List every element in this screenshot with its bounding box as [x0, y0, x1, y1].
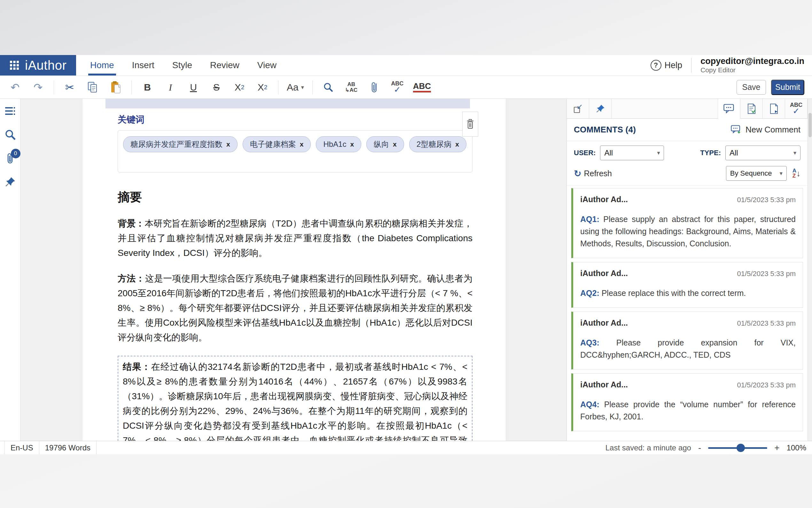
results-paragraph[interactable]: 结果：在经过确认的32174名新诊断的T2D患者中，最初或者基线时HbA1c <…: [123, 359, 467, 441]
background-paragraph[interactable]: 背景：本研究旨在新诊断的2型糖尿病（T2D）患者中调查纵向累积的糖尿病相关并发症…: [117, 216, 473, 260]
remove-tag-icon[interactable]: x: [350, 140, 354, 148]
chevron-down-icon: ▾: [794, 150, 796, 157]
pin-panel-icon[interactable]: [589, 99, 612, 118]
submit-button[interactable]: Submit: [771, 80, 804, 95]
outline-icon[interactable]: [4, 104, 17, 117]
comment-card[interactable]: iAuthor Ad... 01/5/2023 5:33 pm AQ2: Ple…: [571, 262, 803, 308]
comment-card[interactable]: iAuthor Ad... 01/5/2023 5:33 pm AQ3: Ple…: [571, 311, 803, 370]
help-button[interactable]: ? Help: [651, 60, 682, 71]
scrollbar-thumb[interactable]: [809, 113, 812, 137]
remove-tag-icon[interactable]: x: [300, 140, 304, 148]
main-area: 0 关键词: [0, 99, 812, 441]
background-label: 背景：: [117, 218, 144, 228]
undo-icon[interactable]: ↶: [8, 79, 22, 96]
menu-tabs: Home Insert Style Review View: [90, 55, 277, 76]
results-label: 结果：: [123, 362, 151, 372]
spellcheck-icon[interactable]: ABC ✓: [390, 79, 405, 96]
app-logo[interactable]: iAuthor: [0, 55, 76, 76]
header-divider: [691, 58, 691, 73]
paste-icon[interactable]: [108, 79, 123, 96]
comments-toolbar: ↻ Refresh By Sequence ▾ A Z ↓: [567, 164, 808, 185]
abstract-heading: 摘要: [117, 189, 473, 205]
toolbar-actions: Save Submit: [736, 80, 804, 95]
search-doc-icon[interactable]: [4, 128, 17, 141]
status-cells: En-US 19796 Words: [4, 441, 97, 454]
panel-scrollbar[interactable]: [808, 99, 812, 441]
comment-card[interactable]: iAuthor Ad... 01/5/2023 5:33 pm AQ4: Ple…: [571, 373, 803, 431]
keyword-tag[interactable]: HbA1cx: [316, 136, 361, 152]
cut-icon[interactable]: ✂: [62, 79, 77, 96]
search-icon[interactable]: [321, 79, 336, 96]
keyword-tag[interactable]: 糖尿病并发症严重程度指数x: [123, 136, 238, 152]
zoom-out-button[interactable]: -: [698, 443, 701, 453]
user-filter-select[interactable]: All ▾: [600, 145, 664, 160]
attachments-rail-icon[interactable]: 0: [4, 152, 17, 165]
menu-tab-review[interactable]: Review: [210, 55, 239, 76]
user-account[interactable]: copyeditor@integra.co.in Copy Editor: [701, 56, 804, 74]
keyword-tag[interactable]: 纵向x: [366, 136, 404, 152]
methods-label: 方法：: [117, 273, 145, 284]
tab-proofing[interactable]: ABC ✓: [785, 99, 808, 118]
language-selector[interactable]: En-US: [4, 441, 39, 454]
results-highlight-box[interactable]: 结果：在经过确认的32174名新诊断的T2D患者中，最初或者基线时HbA1c <…: [117, 356, 473, 441]
zoom-in-button[interactable]: +: [774, 443, 779, 453]
change-case-button[interactable]: Aa ▾: [287, 79, 304, 96]
document-page[interactable]: 关键词 糖尿病并发症严重程度指数x 电子健康档案x HbA1cx: [83, 99, 506, 441]
save-button[interactable]: Save: [736, 80, 766, 95]
zoom-slider-thumb[interactable]: [736, 444, 745, 452]
comment-body: AQ4: Please provide the “volume number” …: [580, 398, 796, 423]
document-area: 关键词 糖尿病并发症严重程度指数x 电子健康档案x HbA1cx: [20, 99, 567, 441]
spelling-icon[interactable]: ABC: [413, 79, 431, 96]
superscript-button[interactable]: X2: [255, 79, 270, 96]
attachment-icon[interactable]: [367, 79, 382, 96]
new-comment-button[interactable]: New Comment: [731, 125, 801, 135]
keyword-tag[interactable]: 2型糖尿病x: [409, 136, 466, 152]
delete-keywords-button[interactable]: [462, 112, 478, 137]
refresh-button[interactable]: ↻ Refresh: [574, 168, 612, 179]
redo-icon[interactable]: ↷: [31, 79, 45, 96]
tab-comments[interactable]: [718, 99, 741, 118]
app-grid-icon[interactable]: [10, 60, 19, 70]
word-count[interactable]: 19796 Words: [39, 441, 97, 454]
comment-card[interactable]: iAuthor Ad... 01/5/2023 5:33 pm AQ1: Ple…: [571, 188, 803, 258]
partial-element-above: [105, 99, 470, 109]
comment-date: 01/5/2023 5:33 pm: [737, 270, 796, 278]
comments-header: COMMENTS (4) New Comment: [567, 119, 808, 141]
menu-tab-view[interactable]: View: [257, 55, 277, 76]
tab-track-changes[interactable]: [741, 99, 763, 118]
remove-tag-icon[interactable]: x: [226, 140, 230, 148]
copy-icon[interactable]: [85, 79, 100, 96]
menu-tab-style[interactable]: Style: [172, 55, 192, 76]
remove-tag-icon[interactable]: x: [455, 140, 459, 148]
underline-button[interactable]: U: [186, 79, 201, 96]
strikethrough-button[interactable]: S: [209, 79, 224, 96]
italic-button[interactable]: I: [163, 79, 178, 96]
find-replace-icon[interactable]: AB ↳AC: [344, 79, 359, 96]
sort-select[interactable]: By Sequence ▾: [726, 166, 787, 181]
left-rail: 0: [0, 99, 20, 441]
keywords-cn-box[interactable]: 糖尿病并发症严重程度指数x 电子健康档案x HbA1cx 纵向x 2型糖尿病x: [117, 130, 473, 172]
bold-button[interactable]: B: [140, 79, 155, 96]
zoom-slider[interactable]: [708, 444, 767, 452]
subscript-button[interactable]: X2: [232, 79, 247, 96]
help-label: Help: [665, 60, 682, 70]
tab-document-export[interactable]: [763, 99, 785, 118]
header-right: ? Help copyeditor@integra.co.in Copy Edi…: [651, 55, 812, 76]
dock-panel-icon[interactable]: [567, 99, 589, 118]
menu-tab-home[interactable]: Home: [90, 55, 114, 76]
methods-paragraph[interactable]: 方法：这是一项使用大型综合医疗系统电子健康档案进行的回顾性队列研究。确认患者为2…: [117, 271, 473, 345]
chevron-down-icon: ▾: [657, 150, 660, 157]
toolbar-divider: [278, 80, 279, 94]
panel-tab-spacer: [612, 99, 718, 118]
toolbar-divider: [54, 80, 54, 94]
type-filter-select[interactable]: All ▾: [725, 145, 801, 160]
help-icon: ?: [651, 60, 661, 71]
menu-tab-insert[interactable]: Insert: [132, 55, 154, 76]
sort-az-icon[interactable]: A Z ↓: [793, 168, 801, 178]
pin-rail-icon[interactable]: [4, 176, 17, 188]
keyword-tag[interactable]: 电子健康档案x: [243, 136, 311, 152]
comment-list: iAuthor Ad... 01/5/2023 5:33 pm AQ1: Ple…: [567, 185, 808, 441]
comment-filters: USER: All ▾ TYPE: All ▾: [567, 141, 808, 164]
remove-tag-icon[interactable]: x: [393, 140, 397, 148]
proofing-icon: ABC ✓: [790, 102, 802, 115]
